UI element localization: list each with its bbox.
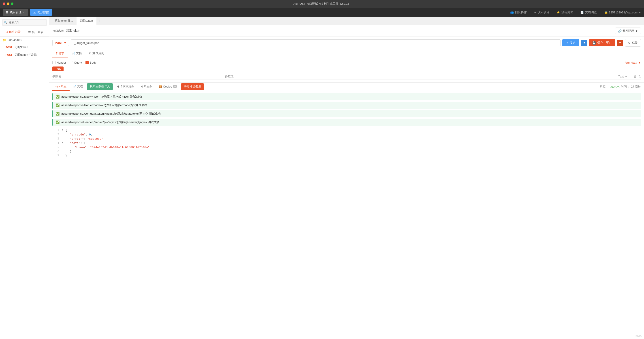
flow-label: 流程测试: [562, 10, 573, 14]
sidebar-search-area: 🔍: [0, 17, 49, 28]
docs-icon: 📄: [580, 11, 584, 14]
resp-tab-response-label: 响应: [61, 84, 66, 89]
chevron-down-icon: ▼: [23, 11, 25, 14]
assertion-item-1: ✅ assert(Response.type=="json");//响应内容格式…: [52, 93, 641, 100]
check-icon-1: ✅: [56, 95, 60, 99]
resp-tab-env-bind[interactable]: 绑定环境变量: [181, 83, 204, 90]
sidebar-item-get-token-send[interactable]: POST 获取token并发送: [0, 51, 49, 59]
folder-icon: 📁: [3, 38, 6, 42]
params-checkboxes: Header Query ✓ Body form-data ▼: [52, 61, 641, 64]
req-tab-testcase[interactable]: ⚙ 测试用例: [85, 49, 108, 58]
json-line-6: 6 }: [49, 149, 644, 154]
docs-nav-item[interactable]: 📄 文档浏览: [577, 9, 600, 16]
tab-get-token[interactable]: 获取token: [76, 17, 97, 25]
team-nav-item[interactable]: 👥 团队协作: [507, 9, 530, 16]
header-label: Header: [56, 61, 66, 64]
cookie-icon: 🍪: [159, 85, 162, 88]
header-checkbox[interactable]: [52, 61, 56, 64]
sync-button[interactable]: ☁ 同步数据: [30, 9, 52, 16]
assertions-area: ✅ assert(Response.type=="json");//响应内容格式…: [49, 91, 644, 128]
response-tabs: </> 响应 📄 文档 从响应数据导入 H 请求原始头: [49, 83, 644, 91]
body-badge: Body: [52, 67, 64, 71]
history-label: 历史记录: [9, 30, 20, 34]
req-tab-docs-label: 文档: [76, 51, 82, 55]
save-button[interactable]: 💾 保存（至）: [589, 39, 615, 46]
resp-tab-response[interactable]: </> 响应: [52, 83, 70, 91]
req-tab-request[interactable]: ¶ 请求: [52, 49, 68, 58]
sidebar-item-get-token[interactable]: POST 获取token: [0, 44, 49, 51]
time-label: 时间：: [621, 85, 630, 89]
resp-tab-cookie[interactable]: 🍪 Cookie 0: [156, 83, 180, 91]
paragraph-icon: ¶: [56, 52, 58, 55]
resp-tab-rawheader[interactable]: H 请求原始头: [114, 83, 138, 91]
collapse-toggle-1[interactable]: ▼: [62, 129, 64, 131]
sidebar-tab-list[interactable]: ☰ 接口列表: [24, 28, 48, 36]
titlebar: ApiPOST 接口调试与文档生成工具（2.2.1）: [0, 0, 644, 8]
method-select[interactable]: POST ▼: [52, 40, 69, 46]
assertion-text-3: assert(ResponseJson.data.token!=null);//…: [61, 112, 161, 116]
project-button[interactable]: ☰ 项目管理 ▼: [3, 9, 28, 16]
url-row: POST ▼ ✈ 发送 ▼ 💾 保存（至） ▼ ⧉ 克隆: [49, 37, 644, 49]
assertion-text-2: assert(ResponseJson.errcode==0);//响应对象er…: [61, 103, 147, 107]
send-dropdown-button[interactable]: ▼: [581, 40, 588, 46]
col-name-header: 参数名: [52, 74, 225, 78]
tab-get-token-send[interactable]: 获取token并...: [51, 17, 76, 25]
assertion-item-2: ✅ assert(ResponseJson.errcode==0);//响应对象…: [52, 102, 641, 109]
watermark: KKTG: [636, 334, 642, 337]
user-menu[interactable]: 🔒 3257132998@qq.com ▼: [604, 11, 641, 14]
collapse-toggle-4[interactable]: ▼: [62, 141, 64, 144]
toolbar: ☰ 项目管理 ▼ ☁ 同步数据 👥 团队协作 ✈ 演示项目 ⚡ 流程测试 📄 文…: [0, 8, 644, 17]
resp-tab-docs[interactable]: 📄 文档: [70, 83, 86, 91]
tab-add-button[interactable]: +: [96, 18, 103, 25]
time-value: 27 毫秒: [631, 85, 641, 89]
chevron-down-formdata-icon: ▼: [638, 61, 641, 64]
json-line-1: 1 ▼ {: [49, 128, 644, 132]
delete-icon[interactable]: 🗑: [634, 75, 636, 78]
query-checkbox-label[interactable]: Query: [70, 61, 82, 64]
resp-tab-respheader[interactable]: H 响应头: [138, 83, 155, 91]
sidebar-tabs: ↺ 历史记录 ☰ 接口列表: [0, 28, 49, 37]
flow-nav-item[interactable]: ⚡ 流程测试: [553, 9, 576, 16]
demo-nav-item[interactable]: ✈ 演示项目: [531, 9, 552, 16]
body-checkbox[interactable]: ✓: [86, 61, 88, 64]
assertion-text-4: assert(ResponseHeader["server"]=="nginx"…: [61, 120, 160, 124]
sort-icon[interactable]: ⇅: [638, 75, 641, 78]
minimize-button[interactable]: [7, 3, 10, 5]
date-label: 03/24/2019: [8, 38, 22, 42]
status-value: 200 OK: [610, 85, 620, 89]
assertion-item-4: ✅ assert(ResponseHeader["server"]=="ngin…: [52, 119, 641, 126]
user-chevron-icon: ▼: [638, 11, 641, 14]
env-button[interactable]: 🔗 开发环境 ▼: [615, 28, 641, 34]
doc-icon: 📄: [72, 52, 75, 55]
body-checkbox-label[interactable]: ✓ Body: [86, 61, 96, 64]
search-input[interactable]: [2, 19, 47, 26]
query-checkbox[interactable]: [70, 61, 73, 64]
form-data-label: form-data: [624, 61, 637, 64]
assertion-item-3: ✅ assert(ResponseJson.data.token!=null);…: [52, 110, 641, 117]
close-button[interactable]: [3, 3, 5, 5]
request-tabs: ¶ 请求 📄 文档 ⚙ 测试用例: [49, 49, 644, 58]
send-button[interactable]: ✈ 发送: [562, 39, 579, 46]
demo-label: 演示项目: [538, 10, 549, 14]
method-badge-post-2: POST: [4, 53, 14, 57]
sidebar-tab-history[interactable]: ↺ 历史记录: [2, 28, 24, 36]
header-checkbox-label[interactable]: Header: [52, 61, 66, 64]
query-label: Query: [74, 61, 82, 64]
project-label: 项目管理: [10, 10, 22, 14]
list-label: 接口列表: [32, 30, 44, 34]
list-icon: ☰: [28, 31, 31, 34]
clone-button[interactable]: ⧉ 克隆: [625, 39, 641, 47]
req-tab-docs[interactable]: 📄 文档: [68, 49, 85, 58]
resp-tab-import[interactable]: 从响应数据导入: [87, 83, 113, 90]
req-tab-testcase-label: 测试用例: [92, 51, 104, 55]
send-label: 发送: [570, 41, 576, 45]
code-icon: </>: [56, 85, 60, 88]
form-data-select[interactable]: form-data ▼: [624, 61, 641, 64]
save-dropdown-button[interactable]: ▼: [617, 40, 623, 46]
api-name-input[interactable]: [66, 29, 613, 33]
sidebar-date-group[interactable]: 📁 03/24/2019: [0, 37, 49, 44]
save-icon: 💾: [592, 41, 596, 45]
url-input[interactable]: [71, 40, 560, 46]
maximize-button[interactable]: [11, 3, 14, 5]
user-icon: 🔒: [604, 11, 608, 14]
